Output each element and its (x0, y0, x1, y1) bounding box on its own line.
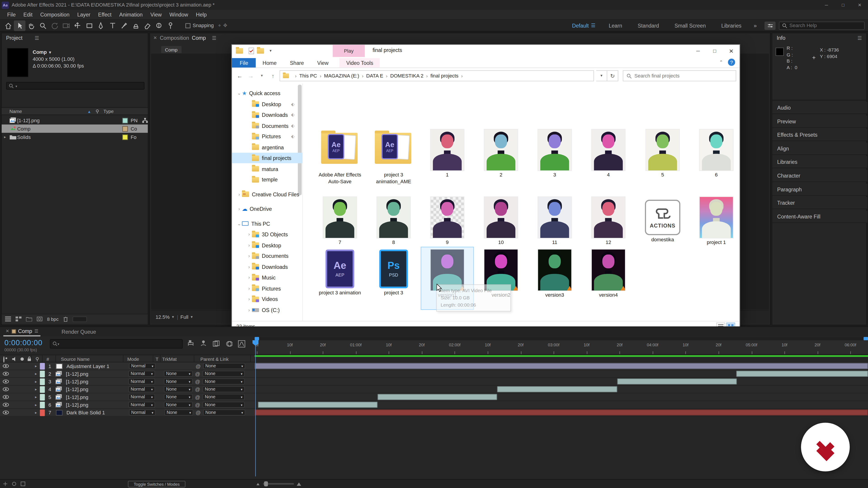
roto-brush-tool-icon[interactable] (153, 20, 165, 31)
sidebar-item-videos[interactable]: ›Videos (232, 294, 302, 304)
label-color-chip[interactable] (122, 134, 128, 140)
navigator-end-handle[interactable] (864, 337, 868, 340)
timeline-tab-render-queue[interactable]: Render Queue (61, 329, 96, 335)
parent-dropdown[interactable]: None▾ (203, 363, 245, 369)
magnification-dropdown[interactable]: 12.5%▼ (156, 314, 175, 320)
eye-toggle[interactable] (2, 364, 8, 368)
chevron-right-icon[interactable]: › (246, 254, 252, 258)
layer-name[interactable]: [1-12].png (63, 402, 128, 408)
breadcrumb-data-e[interactable]: DATA E (366, 73, 383, 78)
qat-properties-icon[interactable] (249, 48, 254, 54)
menu-edit[interactable]: Edit (20, 10, 36, 20)
eye-toggle[interactable] (2, 411, 8, 414)
shy-icon[interactable] (11, 482, 17, 486)
pickwhip-icon[interactable]: @ (193, 402, 203, 408)
workspace-menu-icon[interactable]: ☰ (591, 23, 601, 28)
chevron-down-icon[interactable]: ⌄ (237, 91, 242, 96)
sidebar-item-this-pc[interactable]: ⌄This PC (232, 218, 302, 229)
layer-bar-7[interactable] (255, 410, 868, 416)
file-project-3-animation-ame[interactable]: AeAEPproject 3 animation_AME (368, 129, 419, 185)
layer-name[interactable]: Dark Blue Solid 1 (64, 410, 129, 415)
trkmat-dropdown[interactable]: None▾ (164, 410, 193, 416)
pickwhip-icon[interactable]: @ (193, 410, 203, 415)
sidebar-item-temple[interactable]: temple (232, 174, 302, 185)
composition-tab-comp-name[interactable]: Comp (192, 35, 206, 41)
snapping-checkbox[interactable] (185, 23, 190, 28)
sidebar-item-desktop[interactable]: ›Desktop (232, 240, 302, 251)
layer-expand-chevron[interactable]: ▸ (32, 387, 40, 392)
layer-name[interactable]: [1-12].png (63, 379, 128, 384)
chevron-right-icon[interactable]: › (237, 192, 242, 197)
project-search-field[interactable]: ▾ (6, 82, 145, 90)
breadcrumb-magazina-e-[interactable]: MAGAZINA (E:) (324, 73, 360, 78)
motion-blur-icon[interactable] (225, 340, 232, 350)
sidebar-item-argentina[interactable]: argentina (232, 142, 302, 153)
workspace-default[interactable]: Default (564, 22, 591, 29)
breadcrumb-this-pc[interactable]: This PC (299, 73, 317, 78)
layer-color-chip[interactable] (40, 386, 45, 392)
trkmat-dropdown[interactable]: None▾ (164, 394, 193, 400)
layer-bar-2[interactable] (736, 371, 868, 377)
eye-toggle[interactable] (2, 387, 8, 391)
timeline-zoom-slider[interactable] (263, 483, 294, 485)
sidebar-item-creative-cloud-files[interactable]: ›∞Creative Cloud Files (232, 189, 302, 199)
file-4[interactable]: 4 (583, 129, 634, 178)
composition-breadcrumb[interactable]: Comp (161, 46, 182, 53)
ae-maximize-button[interactable]: □ (835, 0, 851, 10)
sort-ascending-icon[interactable]: ▲ (87, 109, 91, 113)
selection-tool-icon[interactable] (14, 20, 25, 31)
refresh-icon[interactable]: ↻ (608, 70, 618, 81)
sidebar-item-onedrive[interactable]: ›☁OneDrive (232, 203, 302, 214)
expand-chevron-icon[interactable]: ▸ (2, 135, 8, 139)
snap-to-icon[interactable]: ⌖ (218, 22, 221, 29)
puppet-pin-tool-icon[interactable] (165, 20, 177, 31)
help-icon[interactable]: ? (728, 59, 735, 66)
navigator-start-handle[interactable] (255, 337, 259, 340)
eye-toggle[interactable] (2, 380, 8, 383)
chevron-right-icon[interactable]: › (246, 232, 252, 237)
col-mode[interactable]: Mode (127, 356, 139, 362)
layer-color-chip[interactable] (40, 363, 45, 369)
nav-forward-icon[interactable]: → (246, 73, 255, 79)
ribbon-tab-view[interactable]: View (311, 58, 335, 68)
draft-3d-icon[interactable] (200, 340, 207, 350)
file-1[interactable]: 1 (422, 129, 473, 178)
parent-dropdown[interactable]: None▾ (203, 371, 245, 377)
frame-blending-icon[interactable] (213, 340, 220, 350)
explorer-minimize-button[interactable]: ─ (690, 45, 706, 57)
layer-bar-5[interactable] (377, 394, 497, 400)
project-col-name[interactable]: Name (9, 108, 22, 114)
explorer-maximize-button[interactable]: □ (706, 45, 723, 57)
layer-row-2[interactable]: ▸2[1-12].pngNormal▾None▾@None▾ (0, 370, 255, 378)
sidebar-item-downloads[interactable]: ›Downloads (232, 261, 302, 272)
file-2[interactable]: 2 (475, 129, 526, 178)
file-8[interactable]: 8 (368, 197, 419, 246)
ribbon-tab-home[interactable]: Home (256, 58, 283, 68)
file-12[interactable]: 12 (583, 197, 634, 246)
pickwhip-icon[interactable]: @ (193, 371, 203, 377)
composition-mini-flowchart-icon[interactable] (187, 340, 194, 350)
menu-help[interactable]: Help (192, 10, 211, 20)
breadcrumb-final-projects[interactable]: final projects (430, 73, 458, 78)
layer-row-4[interactable]: ▸4[1-12].pngNormal▾None▾@None▾ (0, 386, 255, 393)
sidebar-item-quick-access[interactable]: ⌄★Quick access (232, 88, 302, 98)
file-10[interactable]: 10 (475, 197, 526, 246)
ribbon-tab-video-tools[interactable]: Video Tools (340, 58, 380, 68)
playhead-line[interactable] (255, 340, 256, 476)
chevron-right-icon[interactable]: › (246, 286, 252, 291)
project-comp-name[interactable]: Comp (33, 49, 46, 55)
layer-name[interactable]: [1-12].png (63, 371, 128, 377)
zoom-tool-icon[interactable] (37, 20, 49, 31)
solo-column-icon[interactable] (21, 357, 24, 361)
address-dropdown-icon[interactable]: ▾ (596, 70, 608, 81)
layer-expand-chevron[interactable]: ▸ (32, 402, 40, 407)
parent-dropdown[interactable]: None▾ (203, 394, 245, 400)
menu-composition[interactable]: Composition (36, 10, 73, 20)
layer-bar-3[interactable] (617, 379, 737, 385)
file-adobe-after-effects-auto-save[interactable]: AeAEPAdobe After Effects Auto-Save (314, 129, 365, 185)
layer-expand-chevron[interactable]: ▸ (32, 410, 40, 415)
parent-dropdown[interactable]: None▾ (203, 386, 245, 392)
expand-layers-icon[interactable] (3, 482, 8, 486)
chevron-right-icon[interactable]: › (246, 275, 252, 280)
zoom-in-timeline-icon[interactable] (297, 482, 301, 486)
